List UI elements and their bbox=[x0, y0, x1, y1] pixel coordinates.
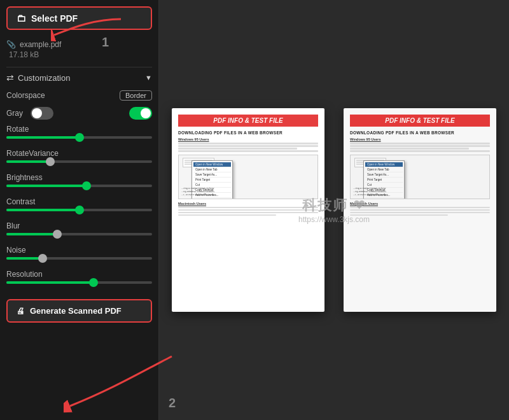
brightness-slider-fill bbox=[6, 185, 87, 187]
rotate-variance-label: RotateVariance bbox=[6, 149, 152, 158]
noise-slider-track[interactable] bbox=[6, 257, 152, 260]
resolution-slider-track[interactable] bbox=[6, 281, 152, 284]
rotate-slider-fill bbox=[6, 136, 80, 139]
sidebar: 🗀 Select PDF 📎 example.pdf 17.18 kB ⇄ Cu… bbox=[0, 0, 159, 420]
blur-slider-track[interactable] bbox=[6, 233, 152, 235]
context-menu-item: Print Target bbox=[193, 178, 231, 183]
resolution-slider-thumb[interactable] bbox=[89, 278, 98, 287]
rotate-slider-thumb[interactable] bbox=[75, 133, 84, 142]
rotate-slider-track[interactable] bbox=[6, 136, 152, 139]
gray-toggle-off[interactable] bbox=[31, 107, 53, 120]
select-pdf-label: Select PDF bbox=[31, 13, 78, 24]
text-line bbox=[178, 145, 318, 147]
noise-section: Noise bbox=[6, 243, 152, 267]
context-menu-item-2: Properties bbox=[365, 198, 403, 199]
pdf-subtitle-1: DOWNLOADING PDF FILES IN A WEB BROWSER bbox=[178, 130, 318, 135]
context-menu-item: Properties bbox=[193, 198, 231, 199]
colorspace-row: Colorspace Border bbox=[6, 87, 152, 103]
text-line bbox=[178, 207, 318, 209]
pdf-title-2: PDF INFO & TEST FILE bbox=[350, 115, 490, 127]
contrast-slider-fill bbox=[6, 209, 80, 211]
text-line bbox=[178, 212, 318, 214]
customization-label: Customization bbox=[18, 73, 70, 83]
customization-header-left: ⇄ Customization bbox=[6, 73, 70, 83]
text-line-caption3: ...r, or even impossible, to ol bbox=[181, 193, 315, 196]
text-line bbox=[178, 214, 276, 216]
text-line bbox=[350, 148, 469, 150]
pdf-section2-title: Macintosh Users bbox=[178, 202, 318, 206]
blur-label: Blur bbox=[6, 221, 152, 230]
gray-label: Gray bbox=[6, 109, 23, 118]
file-name: example.pdf bbox=[20, 40, 61, 49]
generate-section: 🖨 Generate Scanned PDF bbox=[6, 299, 152, 323]
text-line bbox=[178, 148, 297, 150]
text-line bbox=[350, 207, 490, 209]
file-name-row: 📎 example.pdf bbox=[6, 36, 152, 50]
generate-label: Generate Scanned PDF bbox=[30, 306, 122, 316]
colorspace-label: Colorspace bbox=[6, 91, 45, 100]
text-line bbox=[350, 209, 490, 211]
customization-icon: ⇄ bbox=[6, 73, 14, 83]
blur-slider-fill bbox=[6, 233, 57, 235]
file-size: 17.18 kB bbox=[6, 50, 152, 59]
rotate-variance-slider-track[interactable] bbox=[6, 160, 152, 163]
rotate-variance-slider-fill bbox=[6, 160, 50, 163]
resolution-slider-fill bbox=[6, 281, 94, 284]
select-pdf-button[interactable]: 🗀 Select PDF bbox=[6, 6, 152, 30]
chevron-down-icon: ▼ bbox=[145, 74, 152, 81]
contrast-slider-track[interactable] bbox=[6, 209, 152, 211]
text-line bbox=[350, 214, 448, 216]
pdf-preview-original-inner: PDF INFO & TEST FILE DOWNLOADING PDF FIL… bbox=[172, 108, 324, 312]
brightness-section: Brightness bbox=[6, 171, 152, 195]
brightness-slider-track[interactable] bbox=[6, 185, 152, 187]
text-line bbox=[178, 150, 318, 152]
resolution-section: Resolution bbox=[6, 267, 152, 291]
pdf-subtitle-2: DOWNLOADING PDF FILES IN A WEB BROWSER bbox=[350, 130, 490, 135]
noise-slider-fill bbox=[6, 257, 43, 260]
rotate-variance-slider-thumb[interactable] bbox=[46, 157, 55, 166]
context-menu-item-2: Open in New Window bbox=[365, 162, 403, 167]
rotate-section: Rotate bbox=[6, 122, 152, 146]
blur-slider-thumb[interactable] bbox=[53, 230, 62, 239]
toggle-knob-active bbox=[141, 108, 151, 118]
pdf-preview-scanned-inner: PDF INFO & TEST FILE DOWNLOADING PDF FIL… bbox=[344, 108, 496, 312]
text-line bbox=[350, 143, 490, 144]
noise-slider-thumb[interactable] bbox=[38, 254, 47, 263]
context-menu-item-2: Print Target bbox=[365, 178, 403, 183]
gray-row: Gray bbox=[6, 103, 152, 122]
pdf-section1-title-2: Windows 95 Users bbox=[350, 137, 490, 141]
blur-section: Blur bbox=[6, 219, 152, 243]
main-preview-area: PDF INFO & TEST FILE DOWNLOADING PDF FIL… bbox=[159, 0, 509, 420]
context-menu-item: Open in New Window bbox=[193, 162, 231, 167]
pdf-title-1: PDF INFO & TEST FILE bbox=[178, 115, 318, 127]
contrast-label: Contrast bbox=[6, 197, 152, 206]
contrast-slider-thumb[interactable] bbox=[75, 206, 84, 214]
text-line bbox=[350, 212, 490, 214]
resolution-label: Resolution bbox=[6, 270, 152, 279]
printer-icon: 🖨 bbox=[17, 306, 25, 316]
text-line bbox=[178, 143, 318, 144]
text-line bbox=[178, 209, 318, 211]
pdf-preview-scanned: PDF INFO & TEST FILE DOWNLOADING PDF FIL… bbox=[344, 108, 496, 312]
pdf-section2-title-2: Macintosh Users bbox=[350, 202, 490, 206]
gray-toggle-group: Gray bbox=[6, 107, 53, 120]
figure-caption-area: ...ring a major impact on how ...ng wire… bbox=[181, 186, 315, 196]
brightness-label: Brightness bbox=[6, 173, 152, 182]
caption-line: ...r, or even impossible, to ol bbox=[353, 193, 487, 196]
pdf-figure-box-2: Open in New Window Open in New Tab Save … bbox=[350, 155, 490, 199]
generate-scanned-pdf-button[interactable]: 🖨 Generate Scanned PDF bbox=[6, 299, 152, 323]
customization-header[interactable]: ⇄ Customization ▼ bbox=[6, 67, 152, 87]
context-menu-item-2: Save Target As... bbox=[365, 172, 403, 178]
text-line bbox=[350, 150, 490, 152]
pdf-figure-box: Open in New Window Open in New Tab Save … bbox=[178, 155, 318, 199]
text-line bbox=[350, 145, 490, 147]
main-toggle[interactable] bbox=[129, 107, 152, 120]
rotate-label: Rotate bbox=[6, 125, 152, 134]
context-menu-item-2: Open in New Tab bbox=[365, 167, 403, 172]
noise-label: Noise bbox=[6, 246, 152, 255]
colorspace-value[interactable]: Border bbox=[120, 90, 152, 101]
brightness-slider-thumb[interactable] bbox=[82, 181, 91, 190]
pdf-section1-title: Windows 95 Users bbox=[178, 137, 318, 141]
link-icon: 📎 bbox=[6, 40, 16, 49]
rotate-variance-section: RotateVariance bbox=[6, 146, 152, 171]
